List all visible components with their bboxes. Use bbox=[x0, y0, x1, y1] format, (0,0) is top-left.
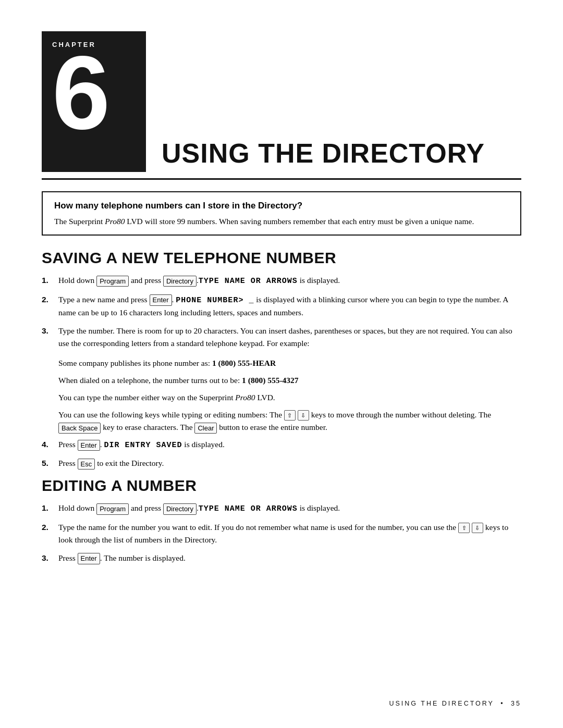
list-item: 2. Type a new name and press Enter. PHON… bbox=[42, 293, 521, 319]
extra-line-1: Some company publishes its phone number … bbox=[58, 357, 521, 369]
section1-list-continued: 4. Press Enter. DIR ENTRY SAVED is displ… bbox=[42, 438, 521, 470]
extra-line-3: You can type the number either way on th… bbox=[58, 391, 521, 404]
list-item-4-content: Press Enter. DIR ENTRY SAVED is displaye… bbox=[58, 438, 521, 451]
list-item-5-content: Press Esc to exit the Directory. bbox=[58, 457, 521, 470]
s2-up-arrow: ⇧ bbox=[458, 523, 470, 533]
list-item: 2. Type the name for the number you want… bbox=[42, 521, 521, 546]
down-arrow-key: ⇩ bbox=[298, 410, 309, 421]
esc-key: Esc bbox=[78, 459, 95, 470]
chapter-number: 6 bbox=[52, 48, 110, 137]
chapter-divider bbox=[42, 178, 521, 180]
clear-key: Clear bbox=[194, 423, 217, 434]
list-item: 1. Hold down Program and press Directory… bbox=[42, 502, 521, 515]
enter-key: Enter bbox=[150, 294, 172, 306]
footer-bullet: • bbox=[500, 700, 504, 707]
list-item: 5. Press Esc to exit the Directory. bbox=[42, 457, 521, 470]
phone-example-2: 1 (800) 555-4327 bbox=[242, 376, 299, 385]
list-item-3-content: Type the number. There is room for up to… bbox=[58, 325, 521, 350]
chapter-number-block: CHAPTER 6 bbox=[42, 31, 146, 172]
s2-list-num-2: 2. bbox=[42, 521, 58, 534]
display-type-name-s2: TYPE NAME OR ARROWS bbox=[199, 504, 298, 513]
info-box: How many telephone numbers can I store i… bbox=[42, 191, 521, 236]
s2-down-arrow: ⇩ bbox=[472, 523, 483, 533]
display-dir-saved: DIR ENTRY SAVED bbox=[104, 441, 182, 450]
enter-key-s2: Enter bbox=[78, 553, 100, 564]
program-key-s2: Program bbox=[96, 503, 129, 515]
list-item: 3. Press Enter. The number is displayed. bbox=[42, 552, 521, 564]
list-item-2-content: Type a new name and press Enter. PHONE N… bbox=[58, 293, 521, 319]
enter-key-4: Enter bbox=[78, 440, 100, 451]
section2-list: 1. Hold down Program and press Directory… bbox=[42, 502, 521, 564]
list-num-5: 5. bbox=[42, 457, 58, 470]
section2-heading: EDITING A NUMBER bbox=[42, 477, 521, 495]
extra-line-4: You can use the following keys while typ… bbox=[58, 409, 521, 434]
s2-list-item-2-content: Type the name for the number you want to… bbox=[58, 521, 521, 546]
footer: USING THE DIRECTORY • 35 bbox=[389, 700, 521, 707]
chapter-title-block: USING THE DIRECTORY bbox=[162, 140, 521, 172]
s2-list-num-3: 3. bbox=[42, 552, 58, 564]
info-box-question: How many telephone numbers can I store i… bbox=[54, 201, 509, 211]
info-box-text: The Superprint Pro80 LVD will store 99 n… bbox=[54, 215, 509, 227]
backspace-key: Back Space bbox=[58, 423, 101, 434]
s2-list-item-1-content: Hold down Program and press Directory.TY… bbox=[58, 502, 521, 515]
footer-text: USING THE DIRECTORY bbox=[389, 700, 494, 707]
list-num-1: 1. bbox=[42, 274, 58, 287]
chapter-header: CHAPTER 6 USING THE DIRECTORY bbox=[42, 31, 521, 172]
list-item: 1. Hold down Program and press Directory… bbox=[42, 274, 521, 287]
s2-list-num-1: 1. bbox=[42, 502, 58, 514]
display-type-name: TYPE NAME OR ARROWS bbox=[199, 277, 298, 286]
page: CHAPTER 6 USING THE DIRECTORY How many t… bbox=[0, 0, 563, 728]
list-item-1-content: Hold down Program and press Directory.TY… bbox=[58, 274, 521, 287]
s2-list-item-3-content: Press Enter. The number is displayed. bbox=[58, 552, 521, 564]
chapter-title: USING THE DIRECTORY bbox=[162, 140, 485, 167]
directory-key: Directory bbox=[163, 276, 197, 287]
list-num-3: 3. bbox=[42, 325, 58, 337]
list-item: 4. Press Enter. DIR ENTRY SAVED is displ… bbox=[42, 438, 521, 451]
section1-heading: SAVING A NEW TELEPHONE NUMBER bbox=[42, 249, 521, 267]
extra-line-2: When dialed on a telephone, the number t… bbox=[58, 374, 521, 387]
phone-example-1: 1 (800) 555-HEAR bbox=[212, 359, 276, 367]
list-num-4: 4. bbox=[42, 438, 58, 451]
directory-key-s2: Directory bbox=[163, 503, 197, 515]
list-item: 3. Type the number. There is room for up… bbox=[42, 325, 521, 350]
list-num-2: 2. bbox=[42, 293, 58, 306]
up-arrow-key: ⇧ bbox=[284, 410, 296, 421]
display-phone-number: PHONE NUMBER> _ bbox=[176, 296, 254, 305]
section1-list: 1. Hold down Program and press Directory… bbox=[42, 274, 521, 350]
program-key: Program bbox=[96, 276, 129, 287]
footer-page: 35 bbox=[511, 700, 521, 707]
